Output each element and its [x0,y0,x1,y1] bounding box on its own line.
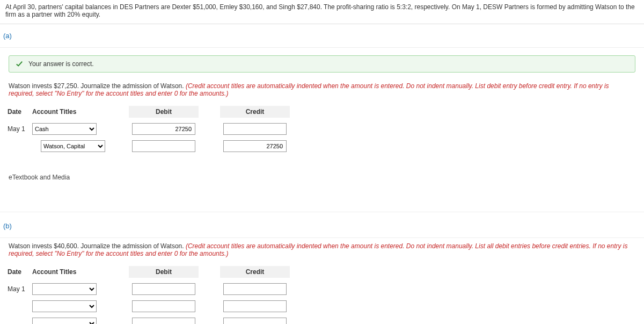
journal-row: May 1 CashWatson, CapitalDexter, Capital… [6,283,635,295]
part-a-instruction-black: Watson invests $27,250. Journalize the a… [9,82,186,90]
journal-row: CashWatson, CapitalNo Entry [6,140,635,152]
debit-input[interactable] [132,300,195,312]
problem-intro: At April 30, partners' capital balances … [0,0,644,24]
part-b-label: (b) [0,214,644,238]
header-credit: Credit [220,106,290,118]
part-b-instruction: Watson invests $40,600. Journalize the a… [0,238,644,263]
header-debit: Debit [129,266,199,278]
etextbook-link[interactable]: eTextbook and Media [9,174,635,196]
credit-input[interactable] [223,318,287,324]
correct-answer-banner: Your answer is correct. [9,55,635,73]
debit-input[interactable] [132,318,195,324]
credit-input[interactable] [223,140,287,152]
correct-answer-text: Your answer is correct. [28,60,94,68]
row-date: May 1 [6,285,32,293]
debit-input[interactable] [132,283,195,295]
part-a-instruction: Watson invests $27,250. Journalize the a… [0,82,644,103]
part-a-journal-table: Date Account Titles Debit Credit May 1 C… [0,103,644,163]
credit-input[interactable] [223,123,287,135]
credit-input[interactable] [223,300,287,312]
part-b-journal-table: Date Account Titles Debit Credit May 1 C… [0,263,644,324]
check-icon [16,60,23,68]
header-date: Date [6,268,32,276]
debit-input[interactable] [132,123,195,135]
journal-row: CashWatson, CapitalDexter, CapitalEmley,… [6,318,635,324]
account-title-select[interactable]: CashWatson, CapitalDexter, CapitalEmley,… [32,300,97,312]
header-credit: Credit [220,266,290,278]
debit-input[interactable] [132,140,195,152]
journal-row: CashWatson, CapitalDexter, CapitalEmley,… [6,300,635,312]
header-date: Date [6,108,32,116]
row-date: May 1 [6,125,32,133]
header-debit: Debit [129,106,199,118]
account-title-select[interactable]: CashWatson, CapitalDexter, CapitalEmley,… [32,318,97,324]
account-title-select[interactable]: CashWatson, CapitalNo Entry [32,123,97,135]
header-title: Account Titles [32,268,107,276]
account-title-select[interactable]: CashWatson, CapitalDexter, CapitalEmley,… [32,283,97,295]
credit-input[interactable] [223,283,287,295]
part-b-instruction-black: Watson invests $40,600. Journalize the a… [9,242,186,250]
account-title-select[interactable]: CashWatson, CapitalNo Entry [41,140,105,152]
journal-row: May 1 CashWatson, CapitalNo Entry [6,123,635,135]
header-title: Account Titles [32,108,107,116]
part-a-label: (a) [0,24,644,48]
